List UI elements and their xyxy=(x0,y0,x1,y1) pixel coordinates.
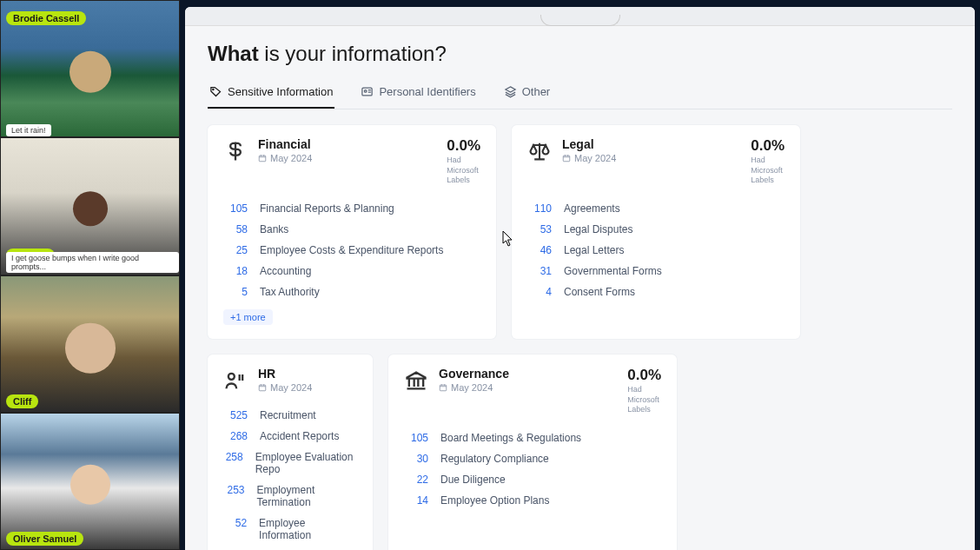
list-item-label: Employee Evaluation Repo xyxy=(255,451,357,475)
card-header: GovernanceMay 20240.0%Had Microsoft Labe… xyxy=(404,367,661,415)
list-item-count: 525 xyxy=(223,409,248,421)
avatar xyxy=(70,51,111,93)
page-title: What is your information? xyxy=(208,42,952,66)
list-item[interactable]: 4Consent Forms xyxy=(527,282,785,302)
list-item[interactable]: 14Employee Option Plans xyxy=(404,490,661,511)
participant-name-badge: Cliff xyxy=(6,394,38,408)
card-list: 105Board Meetings & Regulations30Regulat… xyxy=(404,427,661,511)
panel-body: What is your information? Sensitive Info… xyxy=(185,26,975,550)
list-item[interactable]: 53Legal Disputes xyxy=(527,219,785,240)
avatar xyxy=(65,322,116,373)
svg-rect-6 xyxy=(259,385,266,391)
list-item-label: Financial Reports & Planning xyxy=(260,202,394,215)
card-stat-label: Had Microsoft Labels xyxy=(447,156,480,186)
list-item[interactable]: 52Employee Information xyxy=(223,513,357,546)
card-list: 110Agreements53Legal Disputes46Legal Let… xyxy=(527,198,785,302)
list-item[interactable]: 18Accounting xyxy=(223,261,480,282)
card-date: May 2024 xyxy=(439,382,509,393)
list-item[interactable]: 22Due Diligence xyxy=(404,469,661,490)
card-date: May 2024 xyxy=(258,153,312,163)
participant-name-badge: Oliver Samuel xyxy=(6,532,83,546)
card-title-block: LegalMay 2024 xyxy=(562,137,616,163)
list-item-label: Accounting xyxy=(260,265,311,277)
card-date: May 2024 xyxy=(258,382,312,393)
card-legal[interactable]: LegalMay 20240.0%Had Microsoft Labels110… xyxy=(512,125,800,339)
card-stat: 0.0%Had Microsoft Labels xyxy=(627,367,661,415)
card-list: 105Financial Reports & Planning58Banks25… xyxy=(223,198,480,302)
list-item[interactable]: 31Governmental Forms xyxy=(527,261,785,282)
list-item-count: 258 xyxy=(223,451,243,475)
list-item-label: Accident Reports xyxy=(260,430,339,442)
layers-icon xyxy=(504,85,517,98)
list-item-count: 105 xyxy=(404,432,428,444)
card-stat-value: 0.0% xyxy=(447,137,480,155)
card-list: 525Recruitment268Accident Reports258Empl… xyxy=(223,405,357,546)
list-item-count: 105 xyxy=(223,202,248,215)
list-item-count: 268 xyxy=(223,430,248,442)
list-item[interactable]: 25Employee Costs & Expenditure Reports xyxy=(223,240,480,261)
list-item-label: Employment Termination xyxy=(257,484,357,508)
tab-sensitive-information[interactable]: Sensitive Information xyxy=(208,85,334,109)
card-title-block: HRMay 2024 xyxy=(258,367,312,393)
list-item-count: 52 xyxy=(223,517,247,541)
page-title-bold: What xyxy=(208,42,259,65)
list-item-label: Recruitment xyxy=(260,409,316,421)
panel-top-bar xyxy=(185,7,975,26)
card-stat: 0.0%Had Microsoft Labels xyxy=(751,137,785,186)
list-item-count: 5 xyxy=(223,286,248,298)
tab-personal-identifiers[interactable]: Personal Identifiers xyxy=(359,85,477,109)
svg-rect-4 xyxy=(563,156,570,162)
tag-icon xyxy=(209,85,222,98)
participant-name-badge: Brodie Cassell xyxy=(6,11,86,25)
bank-icon xyxy=(404,368,428,393)
video-tile-brodie-cassell[interactable]: Brodie CassellLet it rain! xyxy=(0,0,180,137)
list-item-label: Employee Option Plans xyxy=(440,494,549,507)
tabs: Sensitive InformationPersonal Identifier… xyxy=(208,85,952,109)
avatar xyxy=(70,465,110,505)
tab-label: Other xyxy=(522,85,551,98)
card-stat-value: 0.0% xyxy=(751,137,785,155)
card-title: Financial xyxy=(258,137,312,151)
card-header-left: LegalMay 2024 xyxy=(527,137,616,163)
video-tile-oliver-samuel[interactable]: Oliver Samuel xyxy=(0,413,180,550)
list-item-label: Consent Forms xyxy=(564,286,635,298)
card-hr[interactable]: HRMay 2024525Recruitment268Accident Repo… xyxy=(208,355,373,550)
list-item-label: Due Diligence xyxy=(440,474,506,486)
list-item[interactable]: 525Recruitment xyxy=(223,405,357,426)
avatar xyxy=(73,192,108,227)
card-stat-value: 0.0% xyxy=(627,367,661,384)
video-participants-column: Brodie CassellLet it rain!EdwardI get go… xyxy=(0,0,180,550)
scale-icon xyxy=(527,139,552,163)
list-item[interactable]: 110Agreements xyxy=(527,198,785,219)
content-column: What is your information? Sensitive Info… xyxy=(180,0,980,550)
tab-other[interactable]: Other xyxy=(502,85,553,109)
list-item-count: 58 xyxy=(223,223,248,235)
tab-label: Sensitive Information xyxy=(228,85,333,98)
list-item-count: 18 xyxy=(223,265,248,277)
list-item-count: 253 xyxy=(223,484,245,508)
video-tile-cliff[interactable]: Cliff xyxy=(0,275,180,413)
dollar-icon xyxy=(223,139,248,163)
list-item[interactable]: 30Regulatory Compliance xyxy=(404,448,661,469)
list-item-label: Governmental Forms xyxy=(564,265,662,277)
more-button[interactable]: +1 more xyxy=(223,309,273,325)
tab-label: Personal Identifiers xyxy=(379,85,475,98)
card-header: HRMay 2024 xyxy=(223,367,357,393)
list-item[interactable]: 5Tax Authority xyxy=(223,282,480,302)
card-stat-label: Had Microsoft Labels xyxy=(627,385,661,415)
list-item[interactable]: 105Board Meetings & Regulations xyxy=(404,427,661,448)
card-header: FinancialMay 20240.0%Had Microsoft Label… xyxy=(223,137,480,186)
list-item[interactable]: 105Financial Reports & Planning xyxy=(223,198,480,219)
list-item[interactable]: 253Employment Termination xyxy=(223,480,357,513)
card-title: Legal xyxy=(562,137,616,151)
list-item[interactable]: 268Accident Reports xyxy=(223,426,357,447)
card-governance[interactable]: GovernanceMay 20240.0%Had Microsoft Labe… xyxy=(388,355,677,550)
card-financial[interactable]: FinancialMay 20240.0%Had Microsoft Label… xyxy=(208,125,496,339)
video-tile-edward[interactable]: EdwardI get goose bumps when I write goo… xyxy=(0,137,180,275)
id-icon xyxy=(361,85,374,98)
list-item[interactable]: 58Banks xyxy=(223,219,480,240)
list-item[interactable]: 258Employee Evaluation Repo xyxy=(223,447,357,480)
list-item[interactable]: 46Legal Letters xyxy=(527,240,785,261)
svg-point-0 xyxy=(213,89,214,89)
list-item-count: 25 xyxy=(223,244,248,256)
